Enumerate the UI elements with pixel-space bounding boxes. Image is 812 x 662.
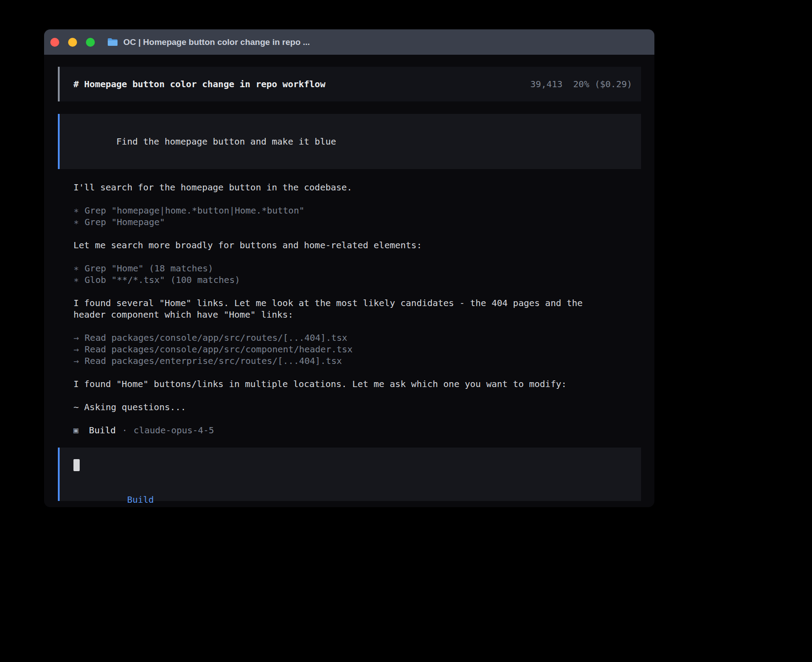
assistant-text: I found several "Home" links. Let me loo… bbox=[73, 297, 616, 320]
agent-status-line: ▣ Build · claude-opus-4-5 bbox=[73, 424, 641, 436]
tool-arrow-icon: → bbox=[73, 332, 79, 343]
working-status: ~ Asking questions... bbox=[73, 401, 641, 413]
window-title: OC | Homepage button color change in rep… bbox=[123, 37, 310, 47]
tool-call-text: Glob "**/*.tsx" (100 matches) bbox=[85, 274, 240, 285]
status-bar: esc interrupt ctrl+tvariants tabagents c… bbox=[58, 505, 641, 507]
session-stats: 39,413 20% ($0.29) bbox=[530, 78, 632, 90]
text-cursor bbox=[73, 459, 80, 471]
shortcut-commands: ctrl+pcommands bbox=[560, 505, 641, 507]
shortcut-hints: ctrl+tvariants tabagents ctrl+pcommands bbox=[403, 505, 641, 507]
folder-icon bbox=[107, 38, 118, 46]
tool-pending-icon: ∗ bbox=[73, 205, 79, 216]
build-agent-icon: ▣ bbox=[73, 424, 78, 436]
prompt-input[interactable]: Build Claude Opus 4.5 OpenCode Zen bbox=[58, 448, 641, 501]
tool-arrow-icon: → bbox=[73, 344, 79, 355]
separator-dot: · bbox=[122, 424, 127, 436]
tool-call-text: Grep "homepage|home.*button|Home.*button… bbox=[85, 205, 304, 216]
token-count: 39,413 bbox=[530, 78, 562, 90]
terminal-content: # Homepage button color change in repo w… bbox=[44, 55, 654, 507]
tool-call-read: →Read packages/enterprise/src/routes/[..… bbox=[73, 355, 641, 367]
tool-call-read: →Read packages/console/app/src/component… bbox=[73, 343, 641, 355]
shortcut-agents: tabagents bbox=[495, 505, 549, 507]
agent-model: claude-opus-4-5 bbox=[134, 424, 214, 436]
user-message-text: Find the homepage button and make it blu… bbox=[116, 136, 336, 147]
tool-call-grep: ∗Grep "homepage|home.*button|Home.*butto… bbox=[73, 205, 641, 216]
tool-call-grep: ∗Grep "Home" (18 matches) bbox=[73, 262, 641, 274]
tool-call-text: Read packages/console/app/src/component/… bbox=[85, 344, 353, 355]
tool-call-group: ∗Grep "Home" (18 matches) ∗Glob "**/*.ts… bbox=[73, 262, 641, 286]
session-header: # Homepage button color change in repo w… bbox=[58, 67, 641, 101]
tool-pending-icon: ∗ bbox=[73, 217, 79, 227]
tool-arrow-icon: → bbox=[73, 355, 79, 366]
session-title: # Homepage button color change in repo w… bbox=[73, 78, 325, 90]
window-controls bbox=[50, 38, 95, 47]
mode-label: Build bbox=[127, 494, 154, 505]
tool-call-text: Grep "Home" (18 matches) bbox=[85, 263, 213, 274]
assistant-text: Let me search more broadly for buttons a… bbox=[73, 239, 641, 251]
zoom-window-button[interactable] bbox=[86, 38, 95, 47]
interrupt-label: interrupt bbox=[140, 505, 188, 507]
window-titlebar[interactable]: OC | Homepage button color change in rep… bbox=[44, 29, 654, 55]
terminal-window: OC | Homepage button color change in rep… bbox=[44, 29, 654, 507]
tool-call-text: Grep "Homepage" bbox=[85, 217, 165, 227]
shortcut-variants: ctrl+tvariants bbox=[403, 505, 484, 507]
assistant-text: I found "Home" buttons/links in multiple… bbox=[73, 378, 616, 390]
close-window-button[interactable] bbox=[50, 38, 59, 47]
tool-pending-icon: ∗ bbox=[73, 263, 79, 274]
minimize-window-button[interactable] bbox=[68, 38, 77, 47]
tool-call-text: Read packages/console/app/src/routes/[..… bbox=[85, 332, 347, 343]
user-message: Find the homepage button and make it blu… bbox=[58, 114, 641, 169]
assistant-text: I'll search for the homepage button in t… bbox=[73, 182, 641, 193]
tool-call-glob: ∗Glob "**/*.tsx" (100 matches) bbox=[73, 274, 641, 286]
assistant-response: I'll search for the homepage button in t… bbox=[73, 182, 641, 436]
desktop-background: OC | Homepage button color change in rep… bbox=[0, 0, 812, 662]
tool-call-read: →Read packages/console/app/src/routes/[.… bbox=[73, 332, 641, 343]
tool-call-text: Read packages/enterprise/src/routes/[...… bbox=[85, 355, 342, 366]
tool-pending-icon: ∗ bbox=[73, 274, 79, 285]
tool-call-group: →Read packages/console/app/src/routes/[.… bbox=[73, 332, 641, 367]
tool-call-grep: ∗Grep "Homepage" bbox=[73, 216, 641, 228]
model-status-line: Build Claude Opus 4.5 OpenCode Zen bbox=[73, 482, 632, 507]
tool-call-group: ∗Grep "homepage|home.*button|Home.*butto… bbox=[73, 205, 641, 228]
context-usage: 20% ($0.29) bbox=[573, 78, 632, 90]
esc-key-hint: esc bbox=[118, 505, 134, 507]
agent-name: Build bbox=[89, 424, 116, 436]
